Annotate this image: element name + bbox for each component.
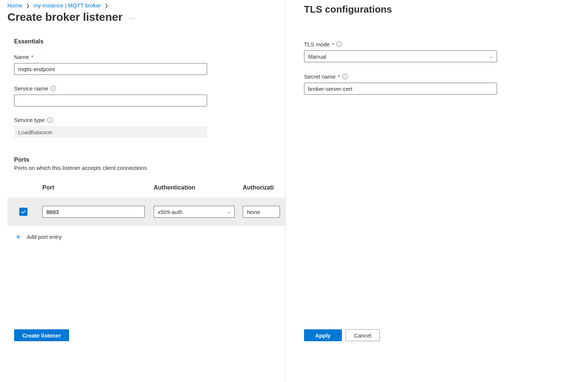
required-marker: * <box>338 73 340 80</box>
create-listener-button[interactable]: Create listener <box>14 329 69 341</box>
chevron-right-icon: ❯ <box>26 3 30 8</box>
check-icon <box>21 209 26 214</box>
chevron-right-icon: ❯ <box>105 3 108 8</box>
cancel-button[interactable]: Cancel <box>346 329 380 341</box>
authentication-select[interactable]: x509-auth ⌄ <box>154 206 235 218</box>
plus-icon: ＋ <box>14 233 22 241</box>
col-port: Port <box>42 184 154 191</box>
tls-mode-value: Manual <box>308 53 326 60</box>
table-row: x509-auth ⌄ None <box>7 198 285 226</box>
service-name-input[interactable] <box>14 95 207 106</box>
breadcrumb: Home ❯ my-instance | MQTT broker ❯ <box>7 2 285 9</box>
chevron-down-icon: ⌄ <box>490 54 493 59</box>
breadcrumb-home[interactable]: Home <box>7 2 22 9</box>
more-actions-icon[interactable]: ··· <box>130 12 136 22</box>
essentials-heading: Essentials <box>14 38 274 45</box>
info-icon[interactable]: i <box>336 42 342 47</box>
authorization-select[interactable]: None <box>243 206 280 218</box>
secret-name-label: Secret name <box>304 73 336 80</box>
authentication-value: x509-auth <box>158 209 183 215</box>
ports-subtext: Ports on which this listener accepts cli… <box>14 165 274 171</box>
tls-config-panel: TLS configurations TLS mode * i Manual ⌄… <box>285 0 588 382</box>
row-checkbox[interactable] <box>19 208 27 216</box>
add-port-entry-label: Add port entry <box>27 234 62 240</box>
tls-config-title: TLS configurations <box>304 4 573 15</box>
add-port-entry-button[interactable]: ＋ Add port entry <box>14 233 274 241</box>
service-type-input <box>14 126 207 138</box>
authorization-value: None <box>247 209 260 215</box>
required-marker: * <box>332 41 334 47</box>
main-panel: Home ❯ my-instance | MQTT broker ❯ Creat… <box>0 0 285 382</box>
col-authorization: Authorizati <box>243 184 274 191</box>
chevron-down-icon: ⌄ <box>227 210 231 214</box>
info-icon[interactable]: i <box>342 74 348 79</box>
name-input[interactable] <box>14 63 207 75</box>
col-auth: Authentication <box>154 184 243 191</box>
name-label: Name <box>14 54 29 60</box>
ports-heading: Ports <box>14 157 274 163</box>
service-type-label: Service type <box>14 117 45 123</box>
tls-mode-label: TLS mode <box>304 41 330 47</box>
info-icon[interactable]: i <box>50 86 56 91</box>
port-input[interactable] <box>42 206 145 218</box>
apply-button[interactable]: Apply <box>304 329 342 341</box>
secret-name-input[interactable] <box>304 83 497 95</box>
service-name-label: Service name <box>14 85 48 92</box>
required-marker: * <box>31 54 33 60</box>
page-title: Create broker listener <box>7 11 122 23</box>
tls-mode-select[interactable]: Manual ⌄ <box>304 50 497 62</box>
ports-table-header: Port Authentication Authorizati <box>14 184 274 191</box>
breadcrumb-instance[interactable]: my-instance | MQTT broker <box>33 2 101 9</box>
info-icon[interactable]: i <box>47 117 53 123</box>
